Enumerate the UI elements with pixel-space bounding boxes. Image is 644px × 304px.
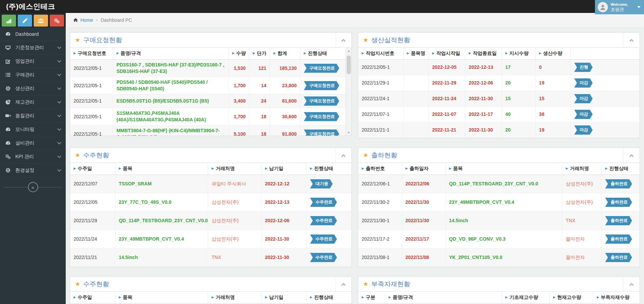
column-header[interactable]: ▶거래처명	[562, 163, 602, 175]
chevron-down-icon	[57, 113, 61, 117]
sidebar-item-production[interactable]: 생산관리	[0, 82, 66, 95]
chart-button[interactable]	[2, 15, 16, 27]
table-row[interactable]: 2022/12/05-1S1SMA40AT3G,P4SMAJ40A (40A)/…	[70, 108, 346, 125]
table-cell: 출하완료	[601, 212, 640, 230]
vertical-scrollbar[interactable]: ▲ ▼	[346, 48, 351, 136]
column-header[interactable]	[571, 48, 640, 60]
table-row[interactable]: 2022/11/17-22022/11/17QD_VD_96P_CONV_V0.…	[358, 230, 640, 248]
table-row[interactable]: 2022/11/21-12022-11-212022-11-302019마감	[358, 122, 640, 138]
column-marker-icon: ▶	[116, 51, 119, 55]
panel-collapse-button[interactable]	[623, 33, 640, 47]
table-row[interactable]: 2022/11/07-12022-11-072022-11-174038마감	[358, 107, 640, 122]
column-header[interactable]: ▶품목	[115, 163, 208, 175]
table-row[interactable]: 2022/12/05-12022-12-052022-12-13170진행	[358, 60, 640, 75]
column-header[interactable]: ▶기초재고수량	[502, 292, 549, 304]
sidebar-item-sales[interactable]: 영업관리	[0, 55, 66, 68]
column-header[interactable]: ▶현재고수량	[550, 292, 593, 304]
column-header[interactable]: ▶생산수량	[535, 48, 570, 60]
table-row[interactable]: 2022/12/07TSSOP_SRAM큐알티 주식회사2022-12-12대기…	[70, 175, 351, 193]
table-row[interactable]: 2022/11/24-12022-11-242022-11-301515마감	[358, 91, 640, 107]
panel-collapse-button[interactable]	[623, 277, 640, 291]
sidebar-collapse-button[interactable]: «	[28, 182, 38, 192]
column-header[interactable]: ▶진행상태	[601, 163, 640, 175]
sidebar-item-equipment[interactable]: 설비관리	[0, 136, 66, 150]
table-row[interactable]: 2022/11/08-12022/11/08YK_2P01_CNT105_V0.…	[358, 248, 640, 267]
sidebar-item-monitoring[interactable]: 모니터링	[0, 123, 66, 136]
table-row[interactable]: 2022/12/05-1ESD5B5.0ST1G (B5)/ESD5B5.0ST…	[70, 94, 346, 108]
table-cell: 수주완료	[307, 230, 351, 248]
scroll-up-icon[interactable]: ▲	[347, 48, 350, 54]
table-row[interactable]: 2022/12/0523Y_77C_TO_49S_V0.0삼성전자(주)2022…	[70, 193, 351, 212]
user-menu[interactable]: Welcome, 조평관	[595, 0, 644, 14]
table-cell: 23Y_77C_TO_49S_V0.0	[115, 193, 208, 212]
table-row[interactable]: 2022/11/30-12022/11/3014.5inchTNX출하완료	[358, 212, 640, 230]
column-header[interactable]: ▶진행상태	[307, 292, 351, 304]
settings-button[interactable]	[50, 15, 64, 27]
status-badge: 수주완료	[310, 253, 337, 262]
table-cell: 2022/11/17-2	[358, 230, 402, 248]
sidebar-item-quality[interactable]: 품질관리	[0, 109, 66, 123]
column-header[interactable]: ▶합계	[270, 48, 300, 60]
column-header[interactable]: ▶부족자재수량	[593, 292, 640, 304]
column-header[interactable]: ▶품명/규격	[113, 48, 229, 60]
column-header[interactable]: ▶진행상태	[307, 163, 351, 175]
status-badge: 수주완료	[310, 216, 337, 225]
panel-orders: ★ 수주현황 ▶수주일▶품목▶거래처명▶납기일▶진행상태2022/12/07TS…	[70, 148, 352, 267]
users-button[interactable]	[34, 15, 48, 27]
table-row[interactable]: 2022/12/06-12022/12/06QD_114P_TESTBOARD_…	[358, 175, 640, 193]
column-header[interactable]: ▶작업종료일	[465, 48, 502, 60]
column-header[interactable]: ▶출하일자	[402, 163, 445, 175]
column-header[interactable]: ▶품명/규격	[385, 292, 502, 304]
table-cell: 2022-11-29	[428, 75, 465, 91]
status-badge: 구매요청완료	[304, 96, 339, 106]
column-header[interactable]: ▶품목	[445, 163, 562, 175]
column-header[interactable]: ▶단가	[249, 48, 270, 60]
column-header[interactable]: ▶수주일	[70, 292, 115, 304]
table-row[interactable]: 2022/12/05-1MMBT3904-7-G-88(HF) (KIN-C4)…	[70, 125, 346, 136]
panel-collapse-button[interactable]	[335, 277, 351, 291]
column-header[interactable]: ▶품목명	[403, 48, 428, 60]
column-header[interactable]: ▶거래처명	[208, 163, 262, 175]
breadcrumb-home-link[interactable]: Home	[80, 17, 93, 23]
scroll-down-icon[interactable]: ▼	[347, 130, 350, 136]
column-header[interactable]: ▶작업지시번호	[358, 48, 403, 60]
table-cell: 2022/11/08-1	[358, 248, 402, 267]
main-content: Home › Dashboard PC ★ 구매요청현황 ▶구매요청번호▶품명/…	[66, 13, 644, 304]
table-row[interactable]: 2022/12/05-1PD3S160-7 , SDB16HS-HAF (37-…	[70, 60, 346, 77]
home-icon	[73, 18, 78, 22]
sidebar-item-settings[interactable]: 환경설정	[0, 164, 66, 177]
table-row[interactable]: 2022/12/05-1PDS540 / SDB0540-HAF (S540)/…	[70, 77, 346, 94]
sidebar-item-purchase[interactable]: 구매관리	[0, 68, 66, 82]
sidebar-item-base-info[interactable]: 기준정보관리	[0, 41, 66, 55]
column-header[interactable]: ▶납기일	[262, 292, 307, 304]
table-cell: 2022/11/17	[402, 230, 445, 248]
sidebar-item-dashboard[interactable]: Dashboard	[0, 27, 66, 41]
edit-button[interactable]	[18, 15, 32, 27]
panel-collapse-button[interactable]	[335, 148, 351, 163]
column-header[interactable]: ▶수주일	[70, 163, 115, 175]
table-row[interactable]: 2022/11/2114.5inchTNX2022-11-30수주완료	[70, 248, 351, 267]
table-cell	[403, 91, 428, 107]
column-header[interactable]: ▶출하번호	[358, 163, 402, 175]
column-header[interactable]: ▶구매요청번호	[70, 48, 113, 60]
table-row[interactable]: 2022/11/30-22022/11/3023Y_49MBTBPOR_CVT_…	[358, 193, 640, 212]
panel-collapse-button[interactable]	[335, 33, 351, 47]
scrollbar-thumb[interactable]	[347, 56, 351, 74]
table-cell: 구매요청완료	[300, 77, 346, 94]
column-header[interactable]: ▶지시수량	[502, 48, 535, 60]
table-row[interactable]: 2022/11/29-12022-11-292022-12-062019마감	[358, 75, 640, 91]
column-header[interactable]: ▶진행상태	[300, 48, 346, 60]
column-header[interactable]: ▶거래처명	[208, 292, 262, 304]
column-header[interactable]: ▶납기일	[262, 163, 307, 175]
table-row[interactable]: 2022/11/29QD_114P_TESTBOARD_23Y_CNT_V0.0…	[70, 212, 351, 230]
column-header[interactable]: ▶품목	[115, 292, 208, 304]
table-cell: 출하완료	[601, 175, 640, 193]
column-header[interactable]: ▶구분	[358, 292, 385, 304]
column-header[interactable]: ▶수량	[229, 48, 249, 60]
column-header[interactable]: ▶작업시작일	[428, 48, 465, 60]
sidebar-item-kpi[interactable]: KPI 관리	[0, 150, 66, 164]
panel-collapse-button[interactable]	[623, 148, 640, 163]
sidebar-item-inventory[interactable]: 재고관리	[0, 95, 66, 109]
sidebar-collapse-row: «	[0, 179, 66, 195]
table-row[interactable]: 2022/11/2423Y_49MBTBPOR_CVT_V0.4삼성전자(주)2…	[70, 230, 351, 248]
